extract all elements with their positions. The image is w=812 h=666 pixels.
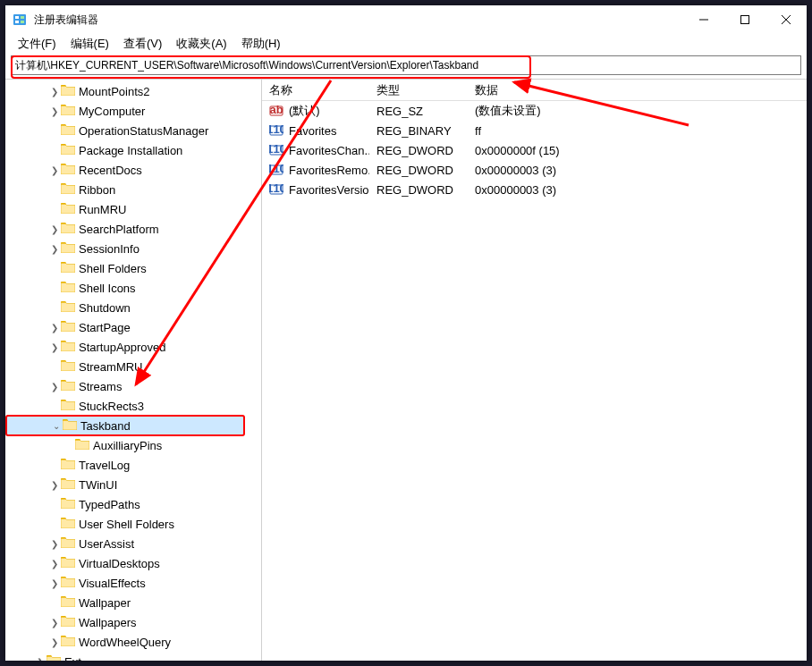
chevron-icon[interactable]: ❯ xyxy=(48,224,61,234)
col-header-name[interactable]: 名称 xyxy=(262,82,369,98)
folder-icon xyxy=(47,654,64,661)
tree-item-shell-icons[interactable]: ❯Shell Icons xyxy=(5,278,261,298)
folder-icon xyxy=(61,477,79,492)
value-name-label: Favorites xyxy=(289,124,336,138)
value-name-label: FavoritesRemo... xyxy=(289,164,369,177)
tree-item-sessioninfo[interactable]: ❯SessionInfo xyxy=(5,239,261,258)
titlebar: 注册表编辑器 xyxy=(5,5,807,34)
tree-item-ribbon[interactable]: ❯Ribbon xyxy=(5,180,261,199)
folder-icon xyxy=(61,104,79,118)
chevron-icon[interactable]: ❯ xyxy=(48,382,61,392)
chevron-icon[interactable]: ❯ xyxy=(48,637,61,647)
tree-item-label: StartPage xyxy=(79,321,131,334)
list-body: ab(默认)REG_SZ(数值未设置)110FavoritesREG_BINAR… xyxy=(262,101,807,199)
tree-item-auxilliarypins[interactable]: ❯AuxilliaryPins xyxy=(5,435,261,455)
menu-file[interactable]: 文件(F) xyxy=(11,34,63,54)
chevron-icon[interactable]: ❯ xyxy=(48,342,61,352)
tree-item-label: VisualEffects xyxy=(79,577,146,590)
close-button[interactable] xyxy=(765,5,807,34)
folder-icon xyxy=(61,84,79,98)
tree-item-taskband[interactable]: ⌄Taskband xyxy=(5,415,245,436)
tree-item-streammru[interactable]: ❯StreamMRU xyxy=(5,357,261,376)
tree-item-mountpoints2[interactable]: ❯MountPoints2 xyxy=(5,81,261,101)
tree-item-travellog[interactable]: ❯TravelLog xyxy=(5,455,261,475)
tree-item-wallpaper[interactable]: ❯Wallpaper xyxy=(5,593,261,612)
folder-icon xyxy=(61,281,79,295)
tree-item-userassist[interactable]: ❯UserAssist xyxy=(5,534,261,553)
chevron-icon[interactable]: ❯ xyxy=(48,165,61,175)
folder-icon xyxy=(61,635,79,649)
addressbar-input[interactable] xyxy=(11,55,801,75)
svg-text:110: 110 xyxy=(269,123,283,136)
list-header: 名称 类型 数据 xyxy=(262,80,807,101)
chevron-icon[interactable]: ❯ xyxy=(48,578,61,588)
value-row[interactable]: ab(默认)REG_SZ(数值未设置) xyxy=(262,101,807,121)
tree-item-ext[interactable]: ❯Ext xyxy=(5,652,261,661)
tree-pane[interactable]: ❯MountPoints2❯MyComputer❯OperationStatus… xyxy=(5,80,262,661)
folder-icon xyxy=(61,143,79,157)
value-row[interactable]: 110FavoritesChan...REG_DWORD0x0000000f (… xyxy=(262,140,807,160)
folder-icon xyxy=(61,517,79,531)
value-type-cell: REG_DWORD xyxy=(369,164,468,177)
chevron-icon[interactable]: ⌄ xyxy=(50,421,63,431)
value-name-cell: 110Favorites xyxy=(262,123,369,138)
tree-item-label: TravelLog xyxy=(79,459,130,472)
tree-item-wordwheelquery[interactable]: ❯WordWheelQuery xyxy=(5,632,261,652)
tree-item-typedpaths[interactable]: ❯TypedPaths xyxy=(5,494,261,514)
chevron-icon[interactable]: ❯ xyxy=(34,657,47,662)
col-header-type[interactable]: 类型 xyxy=(369,82,468,98)
chevron-icon[interactable]: ❯ xyxy=(48,559,61,569)
folder-icon xyxy=(61,615,79,629)
menu-edit[interactable]: 编辑(E) xyxy=(63,34,116,54)
tree-item-shutdown[interactable]: ❯Shutdown xyxy=(5,298,261,317)
tree-item-mycomputer[interactable]: ❯MyComputer xyxy=(5,101,261,121)
folder-icon xyxy=(61,379,79,393)
tree-item-visualeffects[interactable]: ❯VisualEffects xyxy=(5,573,261,593)
tree-item-label: MyComputer xyxy=(79,105,145,118)
menu-favorites[interactable]: 收藏夹(A) xyxy=(169,34,233,54)
value-row[interactable]: 110FavoritesRemo...REG_DWORD0x00000003 (… xyxy=(262,160,807,180)
chevron-icon[interactable]: ❯ xyxy=(48,87,61,97)
chevron-icon[interactable]: ❯ xyxy=(48,323,61,333)
value-name-label: FavoritesVersion xyxy=(289,183,369,197)
minimize-button[interactable] xyxy=(683,5,724,34)
folder-icon xyxy=(61,536,79,551)
tree-item-recentdocs[interactable]: ❯RecentDocs xyxy=(5,160,261,180)
tree-item-label: StreamMRU xyxy=(79,360,143,374)
folder-icon xyxy=(61,497,79,511)
chevron-icon[interactable]: ❯ xyxy=(48,618,61,628)
tree-item-operationstatusmanager[interactable]: ❯OperationStatusManager xyxy=(5,121,261,140)
svg-text:110: 110 xyxy=(269,143,283,156)
chevron-icon[interactable]: ❯ xyxy=(48,106,61,116)
svg-rect-1 xyxy=(15,16,19,19)
menubar: 文件(F) 编辑(E) 查看(V) 收藏夹(A) 帮助(H) xyxy=(5,34,807,54)
tree-item-label: Ribbon xyxy=(79,183,115,197)
tree-item-shell-folders[interactable]: ❯Shell Folders xyxy=(5,258,261,278)
chevron-icon[interactable]: ❯ xyxy=(48,244,61,254)
value-row[interactable]: 110FavoritesREG_BINARYff xyxy=(262,121,807,140)
tree-item-virtualdesktops[interactable]: ❯VirtualDesktops xyxy=(5,553,261,573)
tree-item-twinui[interactable]: ❯TWinUI xyxy=(5,475,261,494)
tree-item-wallpapers[interactable]: ❯Wallpapers xyxy=(5,612,261,632)
tree-item-label: Taskband xyxy=(80,419,131,433)
value-row[interactable]: 110FavoritesVersionREG_DWORD0x00000003 (… xyxy=(262,180,807,199)
tree-item-user-shell-folders[interactable]: ❯User Shell Folders xyxy=(5,514,261,534)
menu-view[interactable]: 查看(V) xyxy=(116,34,169,54)
tree-item-streams[interactable]: ❯Streams xyxy=(5,376,261,396)
tree-item-startpage[interactable]: ❯StartPage xyxy=(5,317,261,337)
menu-help[interactable]: 帮助(H) xyxy=(234,34,288,54)
tree-item-startupapproved[interactable]: ❯StartupApproved xyxy=(5,337,261,357)
tree-item-label: Shell Icons xyxy=(79,282,136,295)
maximize-button[interactable] xyxy=(724,5,765,34)
tree-item-runmru[interactable]: ❯RunMRU xyxy=(5,199,261,219)
svg-rect-2 xyxy=(15,21,19,23)
col-header-data[interactable]: 数据 xyxy=(468,82,807,98)
value-data-cell: ff xyxy=(468,124,807,138)
tree-item-label: SearchPlatform xyxy=(79,223,159,236)
folder-icon xyxy=(61,182,79,197)
chevron-icon[interactable]: ❯ xyxy=(48,480,61,490)
tree-item-searchplatform[interactable]: ❯SearchPlatform xyxy=(5,219,261,239)
tree-item-stuckrects3[interactable]: ❯StuckRects3 xyxy=(5,396,261,416)
chevron-icon[interactable]: ❯ xyxy=(48,539,61,549)
tree-item-package-installation[interactable]: ❯Package Installation xyxy=(5,140,261,160)
